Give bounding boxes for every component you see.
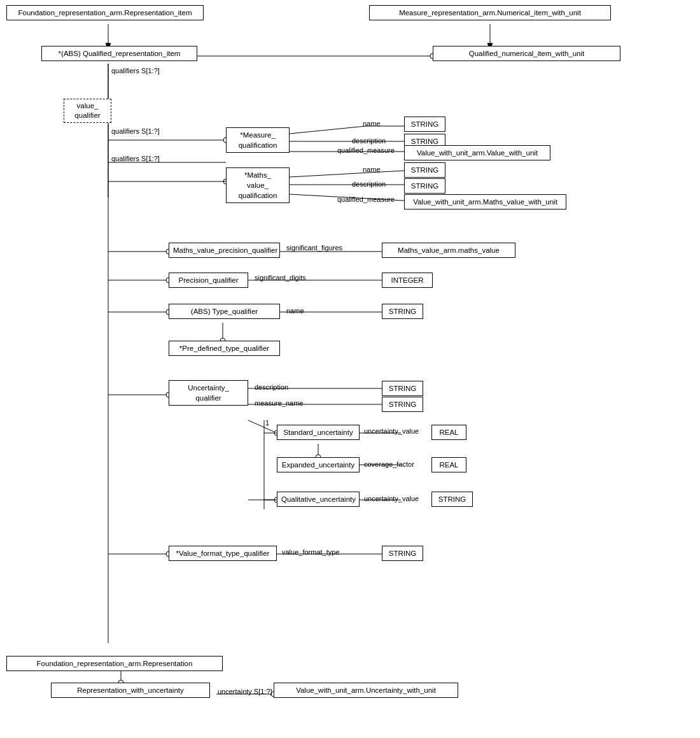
string9-box: STRING <box>382 546 423 561</box>
qualified-measure-label-2: qualified_measure <box>337 195 395 203</box>
description-label-3: description <box>255 383 288 391</box>
name-label-2: name <box>363 166 381 173</box>
uncertainty-value-label-1: uncertainty_value <box>364 427 419 435</box>
svg-line-17 <box>290 171 404 177</box>
qualifiers-label-1: qualifiers S[1:?] <box>111 67 160 75</box>
measure-rep-arm-box: Measure_representation_arm.Numerical_ite… <box>369 5 611 20</box>
real1-box: REAL <box>431 425 466 440</box>
uncertainty-value-label-2: uncertainty_value <box>364 495 419 502</box>
string7-box: STRING <box>382 397 423 412</box>
value-with-unit-uncertainty-box: Value_with_unit_arm.Uncertainty_with_uni… <box>274 683 458 698</box>
name-label-1: name <box>363 120 381 127</box>
rep-with-uncertainty-box: Representation_with_uncertainty <box>51 683 210 698</box>
coverage-factor-label: coverage_factor <box>364 460 414 468</box>
qualified-numerical-box: Qualified_numerical_item_with_unit <box>433 46 620 61</box>
svg-line-13 <box>290 126 366 134</box>
value-qualifier-box: value_ qualifier <box>64 99 111 123</box>
standard-uncertainty-box: Standard_uncertainty <box>277 425 360 440</box>
measure-qualification-box: *Measure_ qualification <box>226 127 290 153</box>
qualifiers-label-3: qualifiers S[1:?] <box>111 155 160 162</box>
value-format-type-box: *Value_format_type_qualifier <box>169 546 277 561</box>
real2-box: REAL <box>431 457 466 472</box>
value-format-type-label: value_format_type <box>282 548 340 556</box>
description-label-2: description <box>352 180 386 188</box>
value-with-unit-box: Value_with_unit_arm.Value_with_unit <box>404 145 550 160</box>
maths-val-prec-qual-box: Maths_value_precision_qualifier <box>169 243 280 258</box>
significant-digits-label: significant_digits <box>255 274 306 281</box>
expanded-uncertainty-box: Expanded_uncertainty <box>277 457 360 472</box>
significant-figures-label: significant_figures <box>286 244 342 252</box>
foundation-rep-arm-box: Foundation_representation_arm.Representa… <box>6 5 204 20</box>
maths-val-qual-box: *Maths_ value_ qualification <box>226 167 290 203</box>
string8-box: STRING <box>431 492 473 507</box>
precision-qualifier-box: Precision_qualifier <box>169 273 248 288</box>
maths-value-with-unit-box: Value_with_unit_arm.Maths_value_with_uni… <box>404 194 566 209</box>
qualified-measure-label-1: qualified_measure <box>337 146 395 154</box>
svg-line-36 <box>248 420 277 433</box>
pre-defined-box: *Pre_defined_type_qualifier <box>169 341 280 356</box>
diagram: Foundation_representation_arm.Representa… <box>0 0 700 738</box>
qualitative-uncertainty-box: Qualitative_uncertainty <box>277 492 360 507</box>
name-label-3: name <box>286 307 304 315</box>
measure-name-label: measure_name <box>255 399 303 407</box>
qualified-rep-item-box: *(ABS) Qualified_representation_item <box>41 46 197 61</box>
string4-box: STRING <box>404 178 445 194</box>
string1-box: STRING <box>404 117 445 132</box>
integer-box: INTEGER <box>382 273 433 288</box>
description-label-1: description <box>352 137 386 145</box>
uncertainty-qualifier-box: Uncertainty_ qualifier <box>169 380 248 406</box>
string3-box: STRING <box>404 162 445 178</box>
maths-value-arm-box: Maths_value_arm.maths_value <box>382 243 515 258</box>
uncertainty-label: uncertainty S[1:?] <box>218 688 272 695</box>
type-qualifier-box: (ABS) Type_qualifier <box>169 304 280 319</box>
foundation-rep-box: Foundation_representation_arm.Representa… <box>6 656 223 671</box>
string6-box: STRING <box>382 381 423 396</box>
qualifiers-label-2: qualifiers S[1:?] <box>111 127 160 135</box>
string5-box: STRING <box>382 304 423 319</box>
one-label: 1 <box>265 419 269 427</box>
